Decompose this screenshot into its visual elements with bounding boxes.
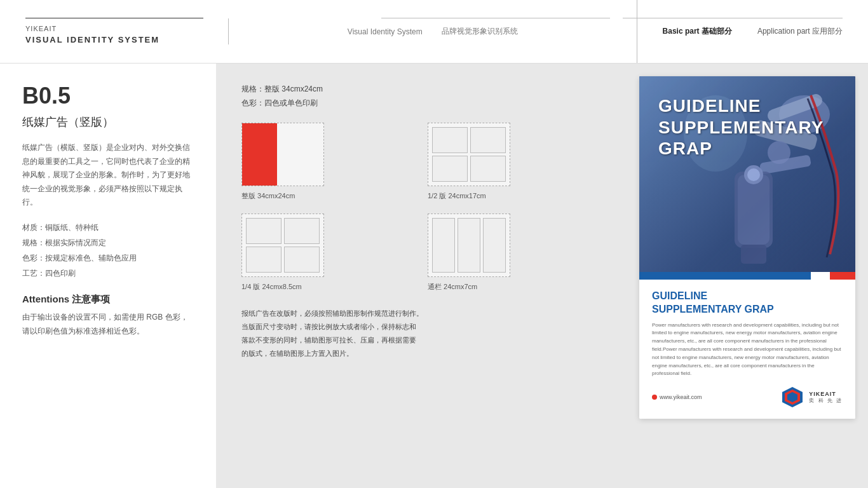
website-text: www.yikeait.com: [660, 394, 702, 400]
card-bottom-footer: www.yikeait.com: [652, 386, 843, 409]
spec-list: 材质：铜版纸、特种纸 规格：根据实际情况而定 色彩：按规定标准色、辅助色应用 工…: [22, 220, 194, 281]
diagram-full-label: 整版 34cmx24cm: [241, 191, 295, 201]
section-title: 纸媒广告（竖版）: [22, 114, 194, 130]
material-spec: 材质：铜版纸、特种纸: [22, 220, 194, 235]
half-cell-3: [432, 156, 468, 182]
card-title-line1: GUIDELINE: [652, 290, 843, 303]
full-page-box: [241, 123, 324, 186]
content-area: 规格：整版 34cmx24cm 色彩：四色或单色印刷 整版 34cmx24cm: [216, 64, 627, 488]
nav-center-en: Visual Identity System: [348, 27, 423, 36]
top-line-center: [381, 18, 610, 18]
quarter-cell-4: [284, 247, 320, 273]
diagram-full: 整版 34cmx24cm: [241, 123, 415, 201]
half-cell-4: [470, 156, 506, 182]
note-line3: 落款不变形的同时，辅助图形可拉长、压扁，再根据需要: [241, 336, 416, 344]
ad-diagrams: 整版 34cmx24cm 1/2 版 24cmx17cm: [241, 123, 601, 292]
card-bottom-title: GUIDELINE SUPPLEMENTARY GRAP: [652, 290, 843, 316]
section-desc: 纸媒广告（横版、竖版）是企业对内、对外交换信息的最重要的工具之一，它同时也代表了…: [22, 141, 194, 210]
company-name: YIKEAIT: [25, 25, 209, 32]
diagram-quarter: 1/4 版 24cmx8.5cm: [241, 214, 415, 292]
spec-info: 规格：整版 34cmx24cm 色彩：四色或单色印刷: [241, 83, 601, 110]
spec-color-text: 色彩：四色或单色印刷: [241, 97, 601, 111]
guideline-title-line3: GRAP: [658, 138, 824, 159]
diagram-half-label: 1/2 版 24cmx17cm: [428, 191, 486, 201]
svg-point-9: [747, 168, 760, 181]
column-cell-3: [483, 218, 506, 273]
photo-bar: [639, 272, 855, 280]
logo-area: YIKEAIT 奕 科 先 进: [781, 386, 843, 409]
logo-hex-svg: [781, 386, 804, 409]
diagram-column: 通栏 24cmx7cm: [428, 214, 601, 292]
header-right: Basic part 基础部分 Application part 应用部分: [637, 26, 843, 37]
nav-basic[interactable]: Basic part 基础部分: [663, 26, 732, 37]
left-sidebar: B0.5 纸媒广告（竖版） 纸媒广告（横版、竖版）是企业对内、对外交换信息的最重…: [0, 64, 216, 488]
section-code: B0.5: [22, 83, 194, 109]
system-name: VISUAL IDENTITY SYSTEM: [25, 35, 209, 44]
spec-size-text: 规格：整版 34cmx24cm: [241, 83, 601, 97]
diagram-quarter-label: 1/4 版 24cmx8.5cm: [241, 282, 302, 292]
card-title-line2: SUPPLEMENTARY GRAP: [652, 303, 843, 316]
quarter-page-box: [241, 214, 324, 277]
diagram-column-label: 通栏 24cmx7cm: [428, 282, 477, 292]
nav-center-cn: 品牌视觉形象识别系统: [442, 26, 518, 37]
company-name-en: YIKEAIT: [809, 391, 843, 397]
quarter-cell-2: [284, 218, 320, 244]
svg-rect-7: [738, 175, 770, 245]
attentions-desc: 由于输出设备的设置不同，如需使用 RGB 色彩，请以印刷色值为标准选择相近色彩。: [22, 311, 194, 338]
half-cell-2: [470, 127, 506, 153]
main-layout: B0.5 纸媒广告（竖版） 纸媒广告（横版、竖版）是企业对内、对外交换信息的最重…: [0, 64, 868, 488]
full-page-red: [242, 123, 277, 186]
guideline-title-line1: GUIDELINE: [658, 95, 824, 117]
right-panel: GUIDELINE SUPPLEMENTARY GRAP GUIDELINE S: [627, 64, 868, 488]
header-center: Visual Identity System 品牌视觉形象识别系统: [229, 0, 637, 63]
note-line2: 当版面尺寸变动时，请按比例放大或者缩小，保持标志和: [241, 323, 416, 330]
craft-spec: 工艺：四色印刷: [22, 266, 194, 281]
logo-hex-container: [781, 386, 804, 409]
bar-red: [830, 272, 855, 280]
photo-overlay-text: GUIDELINE SUPPLEMENTARY GRAP: [658, 95, 824, 159]
content-right-wrapper: 规格：整版 34cmx24cm 色彩：四色或单色印刷 整版 34cmx24cm: [216, 64, 868, 488]
logo-text-area: YIKEAIT 奕 科 先 进: [809, 391, 843, 404]
header: YIKEAIT VISUAL IDENTITY SYSTEM Visual Id…: [0, 0, 868, 64]
quarter-inner: [246, 218, 320, 273]
photo-section: GUIDELINE SUPPLEMENTARY GRAP: [639, 76, 855, 280]
top-line-right: [623, 18, 843, 18]
top-line-left: [25, 18, 203, 18]
column-cell-1: [432, 218, 455, 273]
half-inner: [432, 127, 506, 182]
svg-rect-10: [741, 245, 766, 264]
bottom-note: 报纸广告在改版时，必须按照辅助图形制作规范进行制作。 当版面尺寸变动时，请按比例…: [241, 307, 601, 360]
note-line1: 报纸广告在改版时，必须按照辅助图形制作规范进行制作。: [241, 309, 423, 317]
column-page-box: [428, 214, 510, 277]
website-dot: [652, 395, 657, 400]
half-cell-1: [432, 127, 468, 153]
guideline-card: GUIDELINE SUPPLEMENTARY GRAP GUIDELINE S: [639, 76, 855, 419]
quarter-cell-3: [246, 247, 281, 273]
color-spec: 色彩：按规定标准色、辅助色应用: [22, 250, 194, 266]
column-cell-2: [458, 218, 480, 273]
guideline-title-line2: SUPPLEMENTARY: [658, 117, 824, 139]
size-spec: 规格：根据实际情况而定: [22, 235, 194, 250]
diagram-half: 1/2 版 24cmx17cm: [428, 123, 601, 201]
bar-blue: [639, 272, 811, 280]
quarter-cell-1: [246, 218, 281, 244]
quarter-row-2: [246, 247, 320, 273]
attentions-title: Attentions 注意事项: [22, 294, 194, 306]
quarter-row-1: [246, 218, 320, 244]
card-bottom: GUIDELINE SUPPLEMENTARY GRAP Power manuf…: [639, 280, 855, 419]
bar-white: [811, 272, 830, 280]
half-page-box: [428, 123, 510, 186]
header-left: YIKEAIT VISUAL IDENTITY SYSTEM: [25, 18, 229, 44]
nav-application[interactable]: Application part 应用部分: [757, 26, 843, 37]
company-name-cn: 奕 科 先 进: [809, 397, 843, 404]
card-bottom-desc: Power manufacturers with research and de…: [652, 322, 843, 379]
column-inner: [432, 218, 506, 273]
website-link: www.yikeait.com: [652, 394, 702, 400]
note-line4: 的版式，在辅助图形上方置入图片。: [241, 349, 353, 357]
